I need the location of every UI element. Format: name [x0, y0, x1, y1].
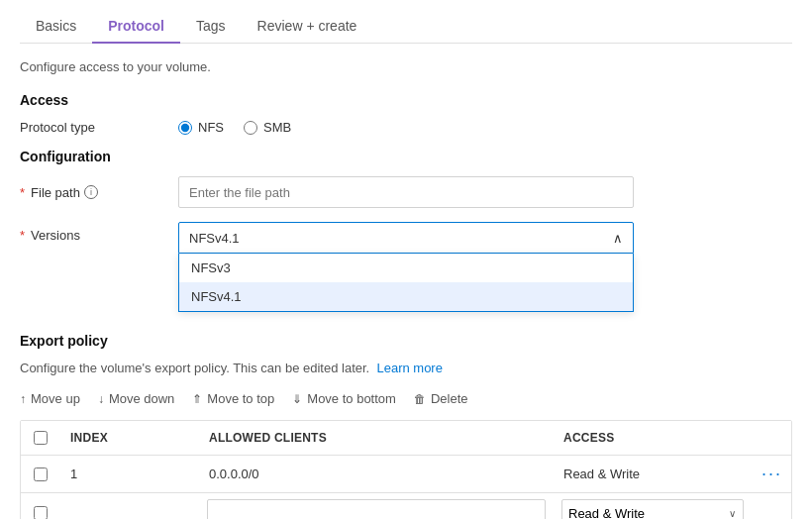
export-policy-desc: Configure the volume's export policy. Th… — [20, 361, 792, 375]
protocol-type-label: Protocol type — [20, 120, 178, 135]
move-to-bottom-button[interactable]: ⇓ Move to bottom — [292, 387, 396, 410]
radio-nfs-label: NFS — [198, 120, 224, 135]
export-policy-section: Export policy Configure the volume's exp… — [20, 333, 792, 519]
move-down-button[interactable]: ↓ Move down — [98, 387, 174, 410]
move-down-label: Move down — [109, 391, 174, 406]
row-1-allowed-clients: 0.0.0.0/0 — [199, 459, 554, 489]
access-heading: Access — [20, 92, 792, 108]
move-down-icon: ↓ — [98, 392, 104, 406]
move-to-top-icon: ⇑ — [192, 392, 202, 406]
versions-dropdown-list: NFSv3 NFSv4.1 — [178, 254, 634, 312]
move-up-label: Move up — [31, 391, 80, 406]
radio-smb-input[interactable] — [244, 121, 257, 135]
file-path-info-icon[interactable]: i — [84, 185, 98, 199]
table-row: 1 0.0.0.0/0 Read & Write ··· — [21, 456, 791, 493]
row-1-access: Read & Write — [554, 459, 752, 489]
versions-row: * Versions NFSv4.1 ∧ NFSv3 NFSv4.1 — [20, 222, 792, 254]
row-1-more-options[interactable]: ··· — [752, 456, 791, 492]
page-subtitle: Configure access to your volume. — [20, 59, 792, 74]
delete-button[interactable]: 🗑 Delete — [414, 387, 468, 410]
input-row-checkbox-cell — [21, 502, 60, 519]
versions-label: * Versions — [20, 222, 178, 243]
versions-selected[interactable]: NFSv4.1 ∧ — [178, 222, 634, 254]
file-path-label: * File path i — [20, 185, 178, 200]
radio-smb[interactable]: SMB — [244, 120, 291, 135]
tab-review-create[interactable]: Review + create — [242, 10, 373, 44]
header-checkbox-cell — [21, 427, 60, 449]
file-path-input[interactable] — [178, 176, 634, 208]
input-row-access-cell: Read & Write Read only No Access ∨ — [554, 493, 752, 519]
move-to-top-label: Move to top — [207, 391, 274, 406]
row-1-checkbox-cell — [21, 464, 60, 485]
protocol-type-radio-group: NFS SMB — [178, 120, 291, 135]
radio-smb-label: SMB — [263, 120, 291, 135]
trash-icon: 🗑 — [414, 392, 426, 406]
input-row-actions — [752, 505, 791, 519]
move-up-button[interactable]: ↑ Move up — [20, 387, 80, 410]
input-row-allowed-clients-cell — [199, 493, 554, 519]
protocol-type-row: Protocol type NFS SMB — [20, 120, 792, 135]
th-access: ACCESS — [554, 427, 752, 449]
row-1-index: 1 — [60, 459, 199, 489]
table-header: INDEX ALLOWED CLIENTS ACCESS — [21, 421, 791, 456]
input-row-index — [60, 505, 199, 519]
required-star-versions: * — [20, 228, 25, 243]
delete-label: Delete — [431, 391, 468, 406]
access-dropdown[interactable]: Read & Write Read only No Access — [561, 499, 744, 519]
move-to-bottom-label: Move to bottom — [307, 391, 396, 406]
versions-selected-value: NFSv4.1 — [189, 231, 240, 246]
th-actions — [752, 427, 791, 449]
versions-option-nfsv3[interactable]: NFSv3 — [179, 254, 633, 282]
radio-nfs[interactable]: NFS — [178, 120, 224, 135]
move-up-icon: ↑ — [20, 392, 26, 406]
tab-protocol[interactable]: Protocol — [92, 10, 180, 44]
row-1-checkbox[interactable] — [34, 467, 48, 481]
learn-more-link[interactable]: Learn more — [376, 361, 442, 375]
radio-nfs-input[interactable] — [178, 121, 192, 135]
tab-basics[interactable]: Basics — [20, 10, 92, 44]
th-allowed-clients: ALLOWED CLIENTS — [199, 427, 554, 449]
input-row-checkbox[interactable] — [34, 506, 48, 519]
export-policy-heading: Export policy — [20, 333, 792, 349]
tab-bar: Basics Protocol Tags Review + create — [20, 0, 792, 44]
versions-option-nfsv41[interactable]: NFSv4.1 — [179, 282, 633, 311]
file-path-row: * File path i — [20, 176, 792, 208]
move-to-bottom-icon: ⇓ — [292, 392, 302, 406]
export-policy-toolbar: ↑ Move up ↓ Move down ⇑ Move to top ⇓ Mo… — [20, 387, 792, 410]
move-to-top-button[interactable]: ⇑ Move to top — [192, 387, 274, 410]
chevron-up-icon: ∧ — [613, 231, 623, 246]
configuration-heading: Configuration — [20, 149, 792, 164]
header-checkbox[interactable] — [34, 431, 48, 445]
required-star-filepath: * — [20, 185, 25, 200]
export-policy-table: INDEX ALLOWED CLIENTS ACCESS 1 0.0.0.0/0… — [20, 420, 792, 519]
tab-tags[interactable]: Tags — [180, 10, 242, 44]
versions-dropdown[interactable]: NFSv4.1 ∧ NFSv3 NFSv4.1 — [178, 222, 634, 254]
allowed-clients-input[interactable] — [207, 499, 546, 519]
th-index: INDEX — [60, 427, 199, 449]
table-input-row: Read & Write Read only No Access ∨ — [21, 493, 791, 519]
